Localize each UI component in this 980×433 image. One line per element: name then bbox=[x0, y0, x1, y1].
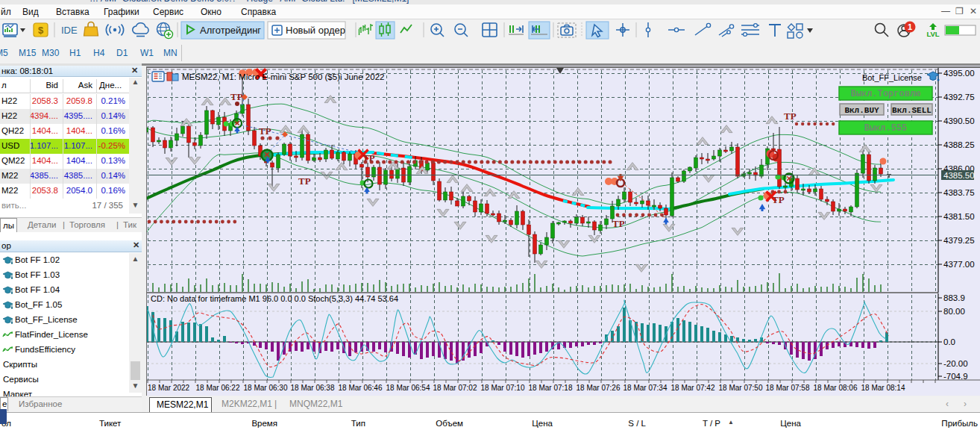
svg-text:TP: TP bbox=[612, 218, 625, 229]
svg-text:18 Mar 08:14: 18 Mar 08:14 bbox=[861, 384, 905, 392]
svg-text:TP: TP bbox=[259, 125, 271, 137]
svg-text:Вкл.BUY: Вкл.BUY bbox=[844, 106, 879, 115]
svg-text:-20.00: -20.00 bbox=[943, 359, 968, 368]
svg-text:IDE: IDE bbox=[61, 25, 78, 36]
svg-text:TP: TP bbox=[362, 152, 375, 163]
svg-text:TP: TP bbox=[298, 175, 311, 187]
svg-text:18 Mar 07:02: 18 Mar 07:02 bbox=[433, 384, 477, 392]
svg-text:18 Mar 07:50: 18 Mar 07:50 bbox=[719, 384, 763, 392]
svg-text:18 Mar 06:30: 18 Mar 06:30 bbox=[244, 384, 288, 392]
svg-text:Алготрейдинг: Алготрейдинг bbox=[200, 25, 261, 36]
svg-text:18 Mar 07:42: 18 Mar 07:42 bbox=[671, 384, 715, 392]
svg-text:18 Mar 07:58: 18 Mar 07:58 bbox=[766, 384, 810, 392]
svg-text:TP: TP bbox=[772, 194, 785, 205]
svg-text:18 Mar 2022: 18 Mar 2022 bbox=[148, 384, 190, 392]
svg-text:4395.00: 4395.00 bbox=[943, 69, 975, 78]
svg-text:Новый ордер: Новый ордер bbox=[286, 25, 345, 36]
svg-text:$: $ bbox=[38, 25, 44, 36]
svg-text:4377.00: 4377.00 bbox=[943, 260, 975, 269]
svg-text:Bot_FF_License: Bot_FF_License bbox=[862, 73, 922, 82]
svg-text:18 Mar 07:10: 18 Mar 07:10 bbox=[481, 384, 525, 392]
svg-text:18 Mar 06:38: 18 Mar 06:38 bbox=[291, 384, 335, 392]
svg-text:4388.25: 4388.25 bbox=[943, 140, 975, 149]
svg-text:18 Mar 08:06: 18 Mar 08:06 bbox=[814, 384, 858, 392]
svg-text:4383.75: 4383.75 bbox=[943, 188, 975, 197]
svg-text:18 Mar 07:18: 18 Mar 07:18 bbox=[529, 384, 573, 392]
svg-text:Вкл.SELL: Вкл.SELL bbox=[892, 106, 932, 115]
svg-text:18 Mar 06:46: 18 Mar 06:46 bbox=[339, 384, 383, 392]
svg-text:18 Mar 06:54: 18 Mar 06:54 bbox=[386, 384, 430, 392]
svg-text:Выкл.Торговлю: Выкл.Торговлю bbox=[851, 89, 921, 99]
svg-text:MESM22, M1: Micro E-mini S&P: MESM22, M1: Micro E-mini S&P 500 ($5)i J… bbox=[182, 72, 384, 81]
svg-text:0.0: 0.0 bbox=[943, 337, 955, 346]
svg-text:LVL: LVL bbox=[926, 30, 939, 38]
svg-text:18 Mar 06:22: 18 Mar 06:22 bbox=[196, 384, 240, 392]
svg-text:18 Mar 07:34: 18 Mar 07:34 bbox=[624, 384, 668, 392]
svg-text:1: 1 bbox=[908, 22, 912, 31]
svg-text:TP: TP bbox=[784, 110, 797, 122]
svg-text:4379.25: 4379.25 bbox=[943, 236, 975, 245]
svg-text:Выкл.555: Выкл.555 bbox=[864, 123, 908, 134]
svg-text:4390.50: 4390.50 bbox=[943, 116, 975, 125]
svg-text:883.9: 883.9 bbox=[943, 293, 965, 302]
svg-text:4385.50: 4385.50 bbox=[943, 171, 975, 180]
svg-text:-704.9: -704.9 bbox=[943, 372, 968, 381]
svg-text:4392.75: 4392.75 bbox=[943, 93, 975, 102]
svg-text:18 Mar 07:26: 18 Mar 07:26 bbox=[577, 384, 621, 392]
svg-text:4381.50: 4381.50 bbox=[943, 212, 975, 221]
svg-text:80.00: 80.00 bbox=[943, 307, 965, 316]
svg-text:TP: TP bbox=[230, 91, 243, 102]
svg-text:CD: No data for timeframe M1 9: CD: No data for timeframe M1 96.0 0.0 0.… bbox=[151, 294, 398, 303]
